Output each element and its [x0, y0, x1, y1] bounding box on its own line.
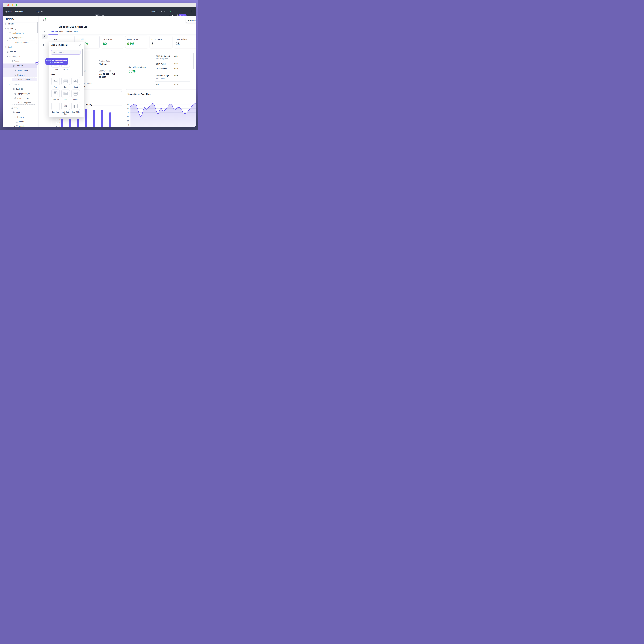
modal-close-icon[interactable] [79, 44, 81, 46]
tree-expand-arrow[interactable]: ▾ [9, 107, 10, 109]
tree-item-header[interactable]: ▾Header [3, 124, 37, 127]
health-panel-scrollbar[interactable] [193, 53, 194, 69]
chevron-down-icon[interactable] [41, 11, 43, 12]
kpi-label: Health Score [79, 38, 90, 40]
component-tile-multi-stats-card[interactable]: 1,000 [61, 102, 70, 110]
tree-item-label: Header [19, 125, 25, 127]
component-tile-partial[interactable] [61, 116, 70, 117]
tree-item-new-task[interactable]: ▾New_Task [3, 54, 37, 59]
page-selector[interactable]: Page 1 [36, 11, 41, 12]
zoom-level[interactable]: 100% [151, 11, 155, 12]
kpi-card-nps-score: NPS Score82 [101, 36, 124, 48]
tab-overview[interactable]: Overview [50, 31, 58, 33]
kpi-card-open-tickets: Open Tickets23 [174, 36, 196, 48]
kpi-label: NPS Score [103, 38, 112, 40]
tree-item-body[interactable]: ▾Body [3, 105, 37, 110]
tree-item-header[interactable]: ▾Header [3, 82, 37, 87]
line-axis-tick: 80 [127, 108, 129, 109]
tree-item-form-1[interactable]: ▾Form_1 [3, 115, 37, 119]
tree-item-root-id[interactable]: ▾root_id [3, 50, 37, 54]
tree-expand-arrow[interactable]: ▾ [11, 112, 11, 113]
tree-item-stack-85[interactable]: ▾Stack_85 [3, 110, 37, 115]
component-tile-partial[interactable] [71, 116, 80, 117]
app-window: Acme Application Page 1 100% Save Publis… [3, 3, 196, 127]
modal-title: Add Component [51, 44, 67, 46]
metric-label: CSM Pulse [156, 63, 166, 65]
search-icon [53, 51, 55, 53]
home-icon[interactable] [43, 29, 45, 32]
tree-expand-arrow[interactable]: ▾ [11, 89, 11, 90]
component-tile-label: Card [61, 86, 71, 88]
hierarchy-close-icon[interactable] [34, 18, 37, 20]
typography-icon [9, 37, 11, 39]
tab-tasks[interactable]: Tasks [73, 31, 78, 33]
minimize-window-button[interactable] [12, 4, 13, 6]
tree-expand-arrow[interactable]: ▾ [5, 51, 6, 53]
tree-item-stack-86[interactable]: ▾Stack_86 [3, 63, 37, 68]
tree-expand-arrow[interactable]: ▾ [14, 126, 15, 127]
line-axis-tick: 50 [127, 120, 129, 122]
component-tile-tabs[interactable] [61, 90, 70, 98]
tree-item-stack-95[interactable]: ▾Stack_95 [3, 87, 37, 91]
component-search-input[interactable]: Search [51, 50, 80, 55]
hierarchy-scrollbar[interactable] [37, 22, 38, 33]
add-component-slot[interactable]: + Add Componer [12, 101, 37, 105]
run-play-icon[interactable] [169, 10, 171, 13]
tree-expand-arrow[interactable]: ▾ [7, 56, 8, 57]
tree-item-stack-1[interactable]: ▾Stack_1 [3, 26, 37, 31]
app-name: Acme Application [8, 11, 23, 12]
metric-label: Product Usage [156, 74, 169, 77]
component-tile-chart[interactable] [71, 77, 80, 85]
users-nav-active-tile[interactable] [42, 34, 48, 39]
tab-products[interactable]: Products [65, 31, 72, 33]
tab-support[interactable]: Support [57, 31, 64, 33]
component-tile-modal[interactable] [71, 90, 80, 98]
modal-scrollbar[interactable] [82, 49, 83, 76]
metric-label: MAU [156, 83, 160, 85]
tree-item-footer[interactable]: ▾Footer [3, 119, 37, 124]
undo-icon[interactable] [160, 10, 162, 13]
tree-item-typography-1[interactable]: Typography_1 [3, 36, 37, 40]
component-tile-stat-card[interactable]: 1,000 [51, 102, 60, 110]
bar-series-bar [77, 119, 79, 127]
editor-toolbar: Acme Application Page 1 100% Save Publis… [3, 7, 196, 16]
add-component-slot[interactable]: + Add Componer [12, 78, 37, 81]
tree-item-button-5[interactable]: Button_5 [3, 73, 37, 77]
component-tile-card[interactable] [61, 77, 70, 85]
tree-item-footer[interactable]: ▾Footer [3, 59, 37, 63]
redo-icon[interactable] [164, 10, 167, 13]
bar-chart-title-fragment: nt size) [85, 103, 92, 106]
maximize-window-button[interactable] [16, 4, 18, 6]
account-back-arrow-icon[interactable] [55, 26, 58, 28]
properties-panel-tab[interactable]: Properti [186, 18, 196, 23]
add-component-slot[interactable]: + Add Component [7, 40, 37, 44]
tree-item-submit-form[interactable]: Submit Form [3, 68, 37, 73]
component-tile-alert[interactable] [51, 77, 60, 85]
component-tile-label: Tabs [61, 99, 71, 101]
tree-expand-arrow[interactable]: ▾ [11, 65, 11, 67]
tree-item-iconbutton-24[interactable]: IconButton_24 [3, 96, 37, 101]
tree-item-body[interactable]: Body [3, 45, 37, 50]
component-tile-partial[interactable] [51, 116, 60, 117]
screenshot-stage: Acme Application Page 1 100% Save Publis… [0, 0, 198, 130]
component-tile-data-table[interactable] [71, 102, 80, 110]
zoom-chevron-icon[interactable] [156, 11, 157, 12]
tree-expand-arrow[interactable]: ▾ [14, 121, 15, 122]
add-component-modal: Add Component Search LayoutContainerStac… [49, 42, 84, 117]
frame-icon [11, 60, 13, 62]
close-window-button[interactable] [7, 4, 9, 6]
tree-item-header[interactable]: Header [3, 22, 37, 26]
component-tile-key-value[interactable] [51, 90, 60, 98]
back-arrow-icon[interactable] [5, 10, 7, 13]
metric-value: 95% [174, 68, 178, 70]
form-icon [9, 56, 11, 57]
tree-expand-arrow[interactable]: ▾ [9, 61, 10, 62]
tree-item-iconbutton-20[interactable]: IconButton_20 [3, 31, 37, 36]
tree-expand-arrow[interactable]: ▾ [12, 117, 13, 118]
tree-item-typography-72[interactable]: Typography_72 [3, 91, 37, 96]
tree-item-label: Stack_1 [10, 27, 17, 29]
kebab-menu-icon[interactable] [191, 10, 191, 13]
tree-expand-arrow[interactable]: ▾ [9, 84, 10, 85]
tree-expand-arrow[interactable]: ▾ [5, 28, 6, 29]
timeline-list-icon[interactable] [43, 44, 45, 46]
